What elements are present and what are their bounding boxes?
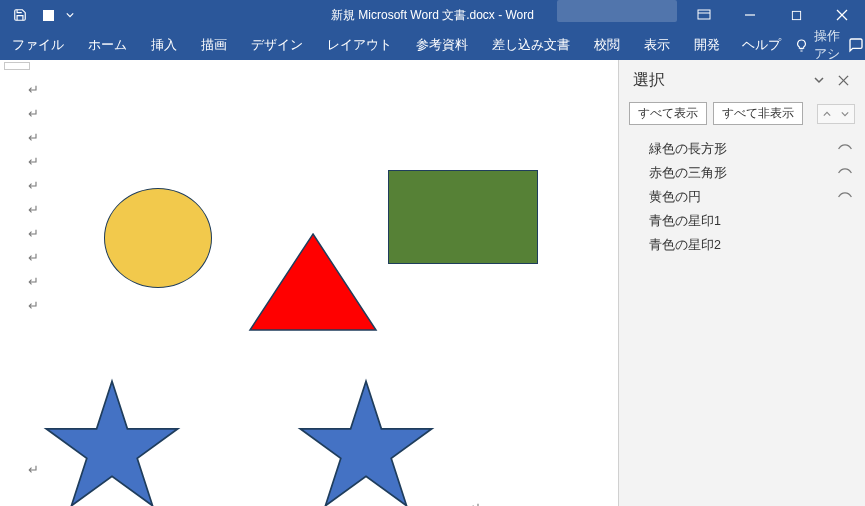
tab-insert[interactable]: 挿入: [139, 30, 189, 60]
account-box[interactable]: [557, 0, 677, 22]
svg-marker-7: [46, 381, 178, 506]
move-down-icon[interactable]: [836, 105, 854, 123]
visibility-icon[interactable]: [835, 142, 855, 156]
ruler-corner: [4, 62, 30, 70]
tellme-text[interactable]: 操作アシ: [808, 30, 847, 60]
selection-pane-header: 選択: [619, 60, 865, 98]
paragraph-mark-end: ↵: [470, 500, 481, 506]
list-item-label: 黄色の円: [633, 189, 835, 206]
tab-layout[interactable]: レイアウト: [315, 30, 404, 60]
tab-review[interactable]: 校閲: [582, 30, 632, 60]
tab-design[interactable]: デザイン: [239, 30, 315, 60]
svg-rect-3: [792, 11, 800, 19]
show-all-button[interactable]: すべて表示: [629, 102, 707, 125]
list-item-label: 青色の星印2: [633, 237, 835, 254]
ribbon-tabs: ファイル ホーム 挿入 描画 デザイン レイアウト 参考資料 差し込み文書 校閲…: [0, 30, 865, 60]
list-item[interactable]: 青色の星印2: [633, 233, 855, 257]
svg-marker-8: [300, 381, 432, 506]
shape-green-rectangle[interactable]: [388, 170, 538, 264]
minimize-button[interactable]: [727, 0, 773, 30]
selection-pane-title: 選択: [633, 70, 807, 91]
hide-all-button[interactable]: すべて非表示: [713, 102, 803, 125]
svg-marker-6: [250, 234, 376, 330]
tab-mailings[interactable]: 差し込み文書: [480, 30, 582, 60]
tellme-bulb-icon[interactable]: [795, 30, 808, 60]
qat-dropdown-icon[interactable]: [62, 0, 78, 30]
qat-placeholder-icon[interactable]: [34, 0, 62, 30]
workspace: ↵↵↵↵↵↵↵↵↵↵ ↵ ↵ 選択: [0, 60, 865, 506]
shape-red-triangle[interactable]: [248, 232, 378, 332]
list-item[interactable]: 黄色の円: [633, 185, 855, 209]
tab-developer[interactable]: 開発: [682, 30, 732, 60]
shape-yellow-ellipse[interactable]: [104, 188, 212, 288]
window-buttons: [557, 0, 865, 30]
tab-references[interactable]: 参考資料: [404, 30, 480, 60]
maximize-button[interactable]: [773, 0, 819, 30]
close-button[interactable]: [819, 0, 865, 30]
pane-close-icon[interactable]: [831, 68, 855, 92]
tab-file[interactable]: ファイル: [0, 30, 76, 60]
move-up-icon[interactable]: [818, 105, 836, 123]
shape-blue-star-2[interactable]: [296, 376, 436, 506]
selection-pane: 選択 すべて表示 すべて非表示 緑色の長方形: [618, 60, 865, 506]
title-bar: 新規 Microsoft Word 文書.docx - Word: [0, 0, 865, 30]
list-item-label: 緑色の長方形: [633, 141, 835, 158]
document-area[interactable]: ↵↵↵↵↵↵↵↵↵↵ ↵ ↵: [0, 60, 618, 506]
tab-draw[interactable]: 描画: [189, 30, 239, 60]
selection-pane-list: 緑色の長方形 赤色の三角形 黄色の円 青色の星印1: [619, 133, 865, 257]
quick-access-toolbar: [0, 0, 78, 30]
list-item-label: 青色の星印1: [633, 213, 835, 230]
svg-rect-0: [698, 10, 710, 19]
ribbon-display-button[interactable]: [681, 0, 727, 30]
list-item-label: 赤色の三角形: [633, 165, 835, 182]
visibility-icon[interactable]: [835, 166, 855, 180]
selection-pane-toolbar: すべて表示 すべて非表示: [619, 98, 865, 133]
paragraph-marks: ↵↵↵↵↵↵↵↵↵↵ ↵: [28, 78, 39, 482]
list-item[interactable]: 赤色の三角形: [633, 161, 855, 185]
tab-view[interactable]: 表示: [632, 30, 682, 60]
pane-collapse-icon[interactable]: [807, 68, 831, 92]
comments-icon[interactable]: [847, 30, 865, 60]
tab-help[interactable]: ヘルプ: [732, 30, 791, 60]
tab-home[interactable]: ホーム: [76, 30, 139, 60]
visibility-icon[interactable]: [835, 190, 855, 204]
save-icon[interactable]: [6, 0, 34, 30]
list-item[interactable]: 緑色の長方形: [633, 137, 855, 161]
list-item[interactable]: 青色の星印1: [633, 209, 855, 233]
reorder-buttons: [817, 104, 855, 124]
shape-blue-star-1[interactable]: [42, 376, 182, 506]
